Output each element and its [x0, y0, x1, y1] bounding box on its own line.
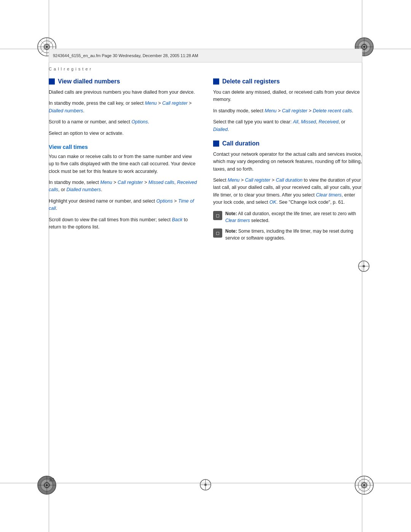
cd-para1: Contact your network operator for the ac…: [213, 151, 362, 173]
right-column: Delete call registers You can delete any…: [213, 78, 362, 245]
view-dialled-para2: In standby mode, press the call key, or …: [49, 100, 198, 115]
vct-p4-prefix: Scroll down to view the call times from …: [49, 217, 172, 222]
vd-p2-suffix: .: [83, 108, 84, 113]
vd-p3-text: Scroll to a name or number, and select: [49, 119, 131, 125]
vd-p3-link[interactable]: Options: [131, 119, 148, 125]
dr-p3-link1[interactable]: All: [293, 119, 298, 125]
note-box-1: Note: All call duration, except the life…: [213, 210, 362, 224]
dr-p3-link3[interactable]: Received: [319, 119, 338, 125]
note1-label: Note:: [225, 211, 237, 216]
vct-para4: Scroll down to view the call times from …: [49, 216, 198, 231]
vct-para1: You can make or receive calls to or from…: [49, 153, 198, 175]
blue-square-icon: [49, 78, 55, 85]
cd-p2-link2[interactable]: Call register: [245, 177, 271, 183]
call-duration-title: Call duration: [222, 140, 260, 147]
cd-p2-suffix3: . See "Change lock code", p. 61.: [276, 200, 345, 205]
view-dialled-para4: Select an option to view or activate.: [49, 130, 198, 137]
reg-mark-bottom-center: [199, 479, 212, 491]
dr-para2: In standby mode, select Menu > Call regi…: [213, 107, 362, 115]
dr-p3-mid1: ,: [298, 119, 301, 125]
call-duration-heading: Call duration: [213, 140, 362, 147]
content-area: C a l l r e g i s t e r View dialled num…: [49, 67, 362, 471]
ornate-circle-br: [354, 474, 375, 496]
vd-p2-link3[interactable]: Dialled numbers: [49, 108, 83, 113]
vct-p2-suffix: .: [101, 187, 102, 192]
vct-p2-mid2: >: [143, 180, 148, 185]
note-icon-1: [213, 211, 222, 220]
vd-p2-mid1: >: [157, 101, 162, 106]
vct-p3-link1[interactable]: Options: [156, 198, 173, 204]
vct-p2-mid4: , or: [58, 187, 67, 192]
note2-text: Note: Some timers, including the life ti…: [225, 228, 362, 241]
dr-p3-link2[interactable]: Missed: [301, 119, 316, 125]
vd-p2-link2[interactable]: Call register: [162, 101, 188, 106]
cd-p2-link1[interactable]: Menu: [228, 177, 239, 183]
cd-p2-link4[interactable]: Clear timers: [316, 192, 341, 198]
page: 9243644_6155_en_au.fm Page 30 Wednesday,…: [0, 0, 411, 532]
dr-p2-link1[interactable]: Menu: [265, 108, 277, 113]
dr-para3: Select the call type you want to clear: …: [213, 118, 362, 133]
vct-p3-suffix: .: [56, 206, 57, 211]
delete-registers-heading: Delete call registers: [213, 78, 362, 85]
dr-p3-link4[interactable]: Dialled: [213, 127, 228, 132]
two-column-layout: View dialled numbers Dialled calls are p…: [49, 78, 362, 245]
vd-p2-link1[interactable]: Menu: [145, 101, 157, 106]
view-dialled-para1: Dialled calls are previous numbers you h…: [49, 89, 198, 96]
vct-p2-link2[interactable]: Call register: [118, 180, 143, 185]
vct-p3-mid: >: [173, 198, 178, 204]
dr-p2-mid1: >: [277, 108, 282, 113]
vct-p2-prefix: In standby mode, select: [49, 180, 100, 185]
dr-p2-suffix: .: [352, 108, 353, 113]
view-dialled-para3: Scroll to a name or number, and select O…: [49, 118, 198, 126]
dr-p2-prefix: In standby mode, select: [213, 108, 265, 113]
cd-p2-link3[interactable]: Call duration: [276, 177, 303, 183]
vct-p2-mid3: ,: [174, 180, 177, 185]
vd-p3-suffix: .: [148, 119, 149, 125]
vct-para3: Highlight your desired name or number, a…: [49, 198, 198, 212]
dr-p3-mid3: , or: [338, 119, 345, 125]
vd-p2-mid2: >: [188, 101, 192, 106]
cd-p2-mid2: >: [270, 177, 276, 183]
note1-link[interactable]: Clear timers: [225, 218, 250, 223]
vct-para2: In standby mode, select Menu > Call regi…: [49, 179, 198, 194]
header-bar: 9243644_6155_en_au.fm Page 30 Wednesday,…: [49, 49, 362, 62]
view-dialled-heading: View dialled numbers: [49, 78, 198, 85]
vct-p2-mid1: >: [112, 180, 118, 185]
cd-p2-mid1: >: [240, 177, 245, 183]
note-icon-2: [213, 228, 222, 238]
dr-p2-mid2: >: [307, 108, 313, 113]
dr-para1: You can delete any missed, dialled, or r…: [213, 89, 362, 104]
note1-body: All call duration, except the life timer…: [237, 211, 356, 216]
cd-para2: Select Menu > Call register > Call durat…: [213, 177, 362, 206]
vct-p2-link5[interactable]: Dialled numbers: [67, 187, 101, 192]
cd-p2-prefix: Select: [213, 177, 228, 183]
section-label: C a l l r e g i s t e r: [49, 67, 362, 71]
dr-p2-link3[interactable]: Delete recent calls: [313, 108, 352, 113]
vct-p3-prefix: Highlight your desired name or number, a…: [49, 198, 156, 204]
note-box-2: Note: Some timers, including the life ti…: [213, 228, 362, 241]
ornate-circle-bl: [36, 474, 57, 496]
vct-p4-link[interactable]: Back: [172, 217, 183, 222]
blue-square-icon-3: [213, 141, 219, 147]
blue-square-icon-2: [213, 78, 219, 85]
view-call-times-heading: View call times: [49, 144, 198, 150]
note1-text: Note: All call duration, except the life…: [225, 210, 362, 224]
cd-p2-link5[interactable]: OK: [269, 200, 276, 205]
delete-registers-title: Delete call registers: [222, 78, 280, 85]
vd-p2-text1: In standby mode, press the call key, or …: [49, 101, 145, 106]
dr-p3-prefix: Select the call type you want to clear:: [213, 119, 293, 125]
header-info: 9243644_6155_en_au.fm Page 30 Wednesday,…: [53, 53, 198, 58]
page-number: 30: [49, 477, 54, 482]
note1-suffix: selected.: [250, 218, 269, 223]
note2-body: Some timers, including the life timer, m…: [225, 228, 353, 241]
left-column: View dialled numbers Dialled calls are p…: [49, 78, 198, 245]
note2-label: Note:: [225, 228, 237, 234]
dr-p2-link2[interactable]: Call register: [282, 108, 307, 113]
view-dialled-title: View dialled numbers: [58, 78, 120, 85]
vct-p2-link3[interactable]: Missed calls: [148, 180, 174, 185]
dr-p3-suffix: .: [228, 127, 229, 132]
vct-p2-link1[interactable]: Menu: [100, 180, 112, 185]
